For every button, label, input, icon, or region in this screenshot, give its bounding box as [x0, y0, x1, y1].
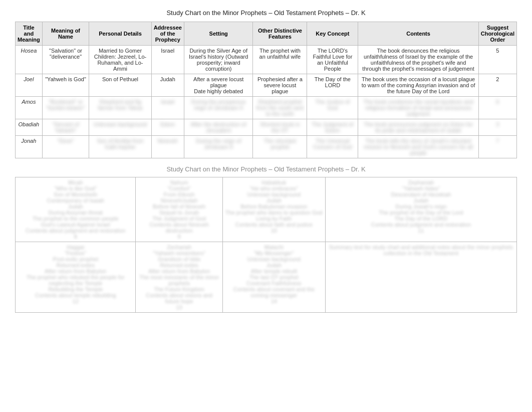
page-title: Study Chart on the Minor Prophets – Old … [0, 0, 532, 22]
table-row: Hosea "Salvation" or "deliverance" Marri… [16, 46, 517, 74]
cell-title-3: Obadiah [16, 119, 43, 136]
cell-key-0: The LORD's Faithful Love for an Unfaithf… [307, 46, 358, 74]
col-header-title: Title andMeaning [16, 22, 43, 46]
cell-order-2: 6 [478, 97, 516, 119]
cell-personal-1: Son of Pethuel [89, 74, 151, 97]
table-row: Obadiah "Servant of Yahweh" Unknown back… [16, 119, 517, 136]
bottom-prophets-table: Micah"Who is like God"Son of MoreshethCo… [15, 177, 517, 313]
col-header-meaning: Meaning ofName [42, 22, 89, 46]
cell-personal-4: Son of Amittai from Gath-hepher [89, 136, 151, 158]
col-header-setting: Setting [184, 22, 253, 46]
cell-contents-3: The book pronounces judgment on Edom for… [358, 119, 478, 136]
col-header-distinctive: Other DistinctiveFeatures [253, 22, 307, 46]
cell-distinctive-3: Shortest book in the OT [253, 119, 307, 136]
cell-addressee-3: Edom [151, 119, 184, 136]
cell-setting-3: After the destruction of Jerusalem [184, 119, 253, 136]
bottom-cell-nahum: Nahum"Comfort"From ElkoshNineveh/JudahBe… [136, 177, 222, 242]
cell-contents-4: The book tells the story of Jonah's relu… [358, 136, 478, 158]
bottom-section-title: Study Chart on the Minor Prophets – Old … [0, 158, 532, 177]
cell-order-3: 3 [478, 119, 516, 136]
bottom-cell-summary: Summary text for study chart and additio… [325, 242, 516, 313]
table-row: Joel "Yahweh is God" Son of Pethuel Juda… [16, 74, 517, 97]
cell-addressee-0: Israel [151, 46, 184, 74]
table-header-row: Title andMeaning Meaning ofName Personal… [16, 22, 517, 46]
bottom-cell-zephaniah: Zephaniah"Yahweh hides"Descendant of Hez… [325, 177, 516, 242]
cell-personal-3: Unknown background [89, 119, 151, 136]
cell-meaning-4: "Dove" [42, 136, 89, 158]
bottom-cell-zechariah: Zechariah"Yahweh remembers"Grandson of I… [136, 242, 222, 313]
bottom-cell-malachi: Malachi"My Messenger"Unknown backgroundJ… [222, 242, 325, 313]
cell-meaning-3: "Servant of Yahweh" [42, 119, 89, 136]
bottom-row-1: Micah"Who is like God"Son of MoreshethCo… [16, 177, 517, 242]
cell-title-0: Hosea [16, 46, 43, 74]
main-table-container: Title andMeaning Meaning ofName Personal… [15, 22, 517, 158]
col-header-addressee: Addresseeof theProphecy [151, 22, 184, 46]
prophets-table: Title andMeaning Meaning ofName Personal… [15, 22, 517, 158]
cell-addressee-1: Judah [151, 74, 184, 97]
cell-contents-2: The book condemns the social injustices … [358, 97, 478, 119]
cell-meaning-2: "Burdened" or "burden-bearer" [42, 97, 89, 119]
col-header-personal: Personal Details [89, 22, 151, 46]
cell-setting-2: During the prosperous reign of Jeroboam … [184, 97, 253, 119]
cell-distinctive-2: Shepherd prophet from the south sent to … [253, 97, 307, 119]
cell-distinctive-0: The prophet with an unfaithful wife [253, 46, 307, 74]
bottom-table-container: Micah"Who is like God"Son of MoreshethCo… [15, 177, 517, 313]
cell-setting-0: During the Silver Age of Israel's histor… [184, 46, 253, 74]
bottom-cell-haggai: Haggai"Festive"Post-exilic prophetReturn… [16, 242, 136, 313]
cell-key-1: The Day of the LORD [307, 74, 358, 97]
cell-title-1: Joel [16, 74, 43, 97]
cell-distinctive-4: The reluctant prophet [253, 136, 307, 158]
cell-title-4: Jonah [16, 136, 43, 158]
cell-contents-0: The book denounces the religious unfaith… [358, 46, 478, 74]
cell-setting-1: After a severe locust plagueDate highly … [184, 74, 253, 97]
table-row: Jonah "Dove" Son of Amittai from Gath-he… [16, 136, 517, 158]
cell-order-4: 7 [478, 136, 516, 158]
cell-key-3: The Judgment of Edom [307, 119, 358, 136]
bottom-cell-habakkuk: Habakkuk"He who embraces"Unknown backgro… [222, 177, 325, 242]
cell-title-2: Amos [16, 97, 43, 119]
cell-distinctive-1: Prophesied after a severe locust plague [253, 74, 307, 97]
col-header-contents: Contents [358, 22, 478, 46]
cell-meaning-1: "Yahweh is God" [42, 74, 89, 97]
cell-order-0: 5 [478, 46, 516, 74]
bottom-cell-micah: Micah"Who is like God"Son of MoreshethCo… [16, 177, 136, 242]
table-row: Amos "Burdened" or "burden-bearer" Sheph… [16, 97, 517, 119]
cell-personal-0: Married to Gomer Children: Jezreel, Lo-R… [89, 46, 151, 74]
cell-setting-4: During the reign of Jeroboam II [184, 136, 253, 158]
cell-personal-2: Shepherd and fig farmer from Tekoa [89, 97, 151, 119]
cell-meaning-0: "Salvation" or "deliverance" [42, 46, 89, 74]
cell-key-2: The Justice of God [307, 97, 358, 119]
col-header-order: SuggestChorologicalOrder [478, 22, 516, 46]
cell-key-4: The Universal Concern of God [307, 136, 358, 158]
cell-order-1: 2 [478, 74, 516, 97]
bottom-row-2: Haggai"Festive"Post-exilic prophetReturn… [16, 242, 517, 313]
col-header-key: Key Concept [307, 22, 358, 46]
cell-contents-1: The book uses the occasion of a locust p… [358, 74, 478, 97]
cell-addressee-2: Israel [151, 97, 184, 119]
cell-addressee-4: Nineveh [151, 136, 184, 158]
